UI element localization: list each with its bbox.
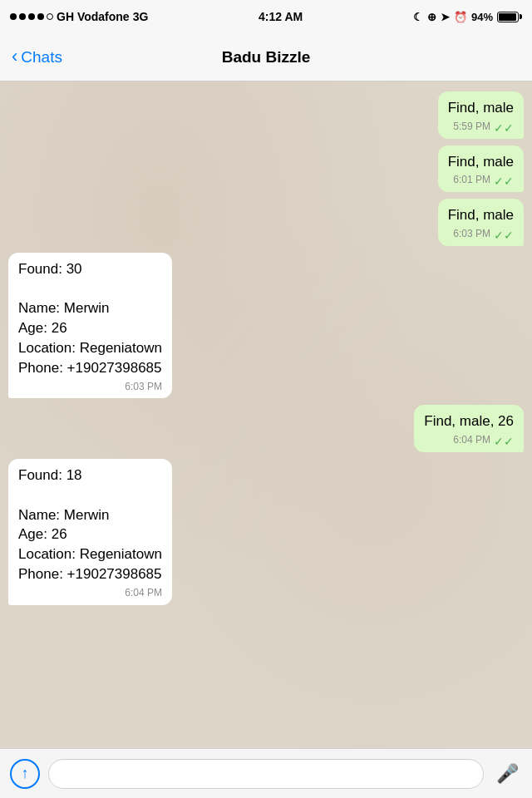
message-input[interactable] — [48, 759, 484, 789]
nav-title: Badu Bizzle — [222, 48, 311, 66]
bubble-text-3: Find, male — [448, 207, 514, 223]
message-row-2: Find, male6:01 PM✓✓ — [8, 145, 524, 193]
carrier-label: GH Vodafone — [57, 10, 130, 23]
bubble-1: Find, male5:59 PM✓✓ — [438, 91, 524, 139]
battery-body — [497, 12, 519, 22]
bubble-4: Found: 30 Name: Merwin Age: 26 Location:… — [8, 253, 172, 399]
signal-dots — [10, 13, 53, 20]
upload-icon: ↑ — [22, 765, 29, 782]
input-bar: ↑ 🎤 — [0, 748, 532, 798]
message-row-4: Found: 30 Name: Merwin Age: 26 Location:… — [8, 253, 524, 399]
moon-icon: ☾ — [413, 11, 423, 23]
bubble-time-1: 5:59 PM — [453, 120, 490, 134]
message-row-5: Find, male, 266:04 PM✓✓ — [8, 405, 524, 452]
dot5 — [47, 13, 53, 20]
alarm-icon: ⏰ — [454, 11, 467, 23]
network-label: 3G — [133, 10, 149, 23]
bubble-2: Find, male6:01 PM✓✓ — [438, 145, 524, 193]
chevron-left-icon: ‹ — [12, 46, 17, 67]
bubble-meta-4: 6:03 PM — [18, 380, 162, 394]
dot3 — [28, 13, 35, 20]
status-left: GH Vodafone 3G — [10, 10, 148, 23]
lock-icon: ⊕ — [427, 11, 436, 23]
message-row-6: Found: 18 Name: Merwin Age: 26 Location:… — [8, 459, 524, 605]
mic-button[interactable]: 🎤 — [492, 759, 522, 789]
checkmarks-1: ✓✓ — [494, 122, 514, 134]
time-label: 4:12 AM — [259, 10, 303, 23]
bubble-meta-5: 6:04 PM✓✓ — [424, 433, 514, 447]
bubble-text-4: Found: 30 Name: Merwin Age: 26 Location:… — [18, 261, 162, 376]
bubble-meta-2: 6:01 PM✓✓ — [448, 173, 514, 187]
message-row-1: Find, male5:59 PM✓✓ — [8, 91, 524, 139]
bubble-time-6: 6:04 PM — [125, 586, 162, 600]
upload-button[interactable]: ↑ — [10, 759, 40, 789]
bubble-time-4: 6:03 PM — [125, 380, 162, 394]
battery-label: 94% — [471, 11, 493, 23]
dot4 — [37, 13, 44, 20]
status-bar: GH Vodafone 3G 4:12 AM ☾ ⊕ ➤ ⏰ 94% — [0, 0, 532, 33]
nav-bar: ‹ Chats Badu Bizzle — [0, 33, 532, 81]
checkmarks-5: ✓✓ — [494, 436, 514, 447]
bubble-text-6: Found: 18 Name: Merwin Age: 26 Location:… — [18, 467, 162, 582]
bubble-text-1: Find, male — [448, 100, 514, 116]
back-button[interactable]: ‹ Chats — [12, 47, 86, 67]
location-icon: ➤ — [441, 11, 450, 23]
checkmarks-3: ✓✓ — [494, 229, 514, 241]
status-right: ☾ ⊕ ➤ ⏰ 94% — [413, 11, 522, 23]
dot2 — [19, 13, 26, 20]
battery-fill — [499, 13, 516, 21]
battery-indicator — [497, 12, 522, 22]
bubble-text-5: Find, male, 26 — [424, 413, 514, 429]
bubble-time-5: 6:04 PM — [453, 433, 490, 447]
bubble-5: Find, male, 266:04 PM✓✓ — [414, 405, 524, 452]
bubble-text-2: Find, male — [448, 154, 514, 170]
bubble-meta-6: 6:04 PM — [18, 586, 162, 600]
checkmarks-2: ✓✓ — [494, 175, 514, 187]
mic-icon: 🎤 — [496, 763, 519, 785]
bubble-3: Find, male6:03 PM✓✓ — [438, 199, 524, 246]
chat-area: Find, male5:59 PM✓✓Find, male6:01 PM✓✓Fi… — [0, 81, 532, 748]
bubble-time-2: 6:01 PM — [453, 173, 490, 187]
dot1 — [10, 13, 17, 20]
battery-tip — [520, 14, 522, 19]
bubble-meta-1: 5:59 PM✓✓ — [448, 120, 514, 134]
message-row-3: Find, male6:03 PM✓✓ — [8, 199, 524, 246]
bubble-meta-3: 6:03 PM✓✓ — [448, 227, 514, 241]
back-label: Chats — [21, 48, 62, 66]
bubble-time-3: 6:03 PM — [453, 227, 490, 241]
bubble-6: Found: 18 Name: Merwin Age: 26 Location:… — [8, 459, 172, 605]
